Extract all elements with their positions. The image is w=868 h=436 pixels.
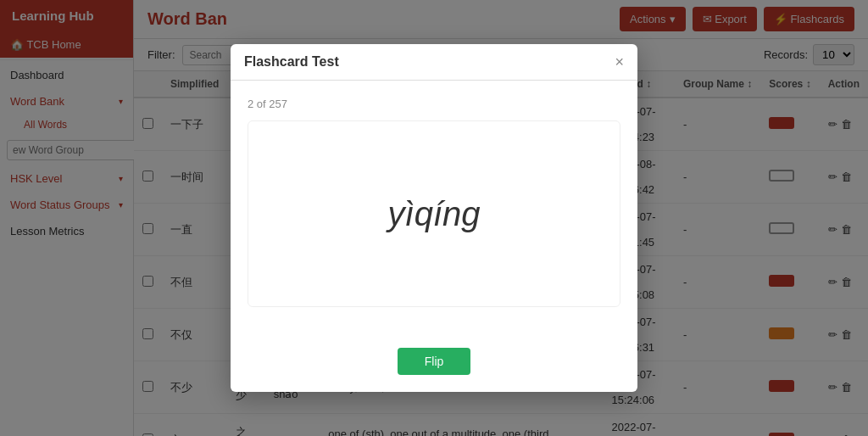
modal-close-button[interactable]: × (615, 54, 624, 70)
flip-button[interactable]: Flip (398, 348, 471, 375)
modal-body: 2 of 257 yìqíng (231, 81, 637, 338)
modal-header: Flashcard Test × (231, 44, 637, 81)
modal-overlay[interactable]: Flashcard Test × 2 of 257 yìqíng Flip (0, 0, 868, 436)
flashcard-area: yìqíng (248, 120, 620, 307)
counter-current: 2 (248, 98, 253, 110)
card-counter: 2 of 257 (248, 98, 620, 110)
card-text: yìqíng (388, 195, 481, 233)
counter-total: 257 (269, 98, 287, 110)
counter-label: of (257, 98, 266, 110)
modal-footer: Flip (231, 338, 637, 392)
modal-title: Flashcard Test (244, 54, 339, 70)
flashcard-modal: Flashcard Test × 2 of 257 yìqíng Flip (231, 44, 637, 392)
